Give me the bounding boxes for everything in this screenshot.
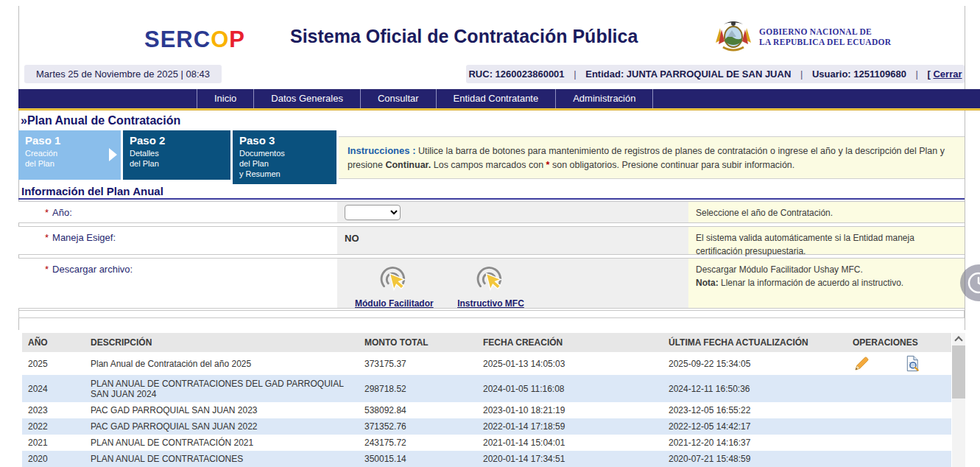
col-header-monto: MONTO TOTAL <box>359 333 477 352</box>
cell-description: Plan Anual de Contratación del año 2025 <box>85 352 359 375</box>
table-row: 2023 PAC GAD PARROQUIAL SAN JUAN 2023 53… <box>22 402 951 418</box>
instructivo-mfc-download[interactable]: Instructivo MFC <box>457 263 524 309</box>
wizard-step-1[interactable]: Paso 1 Creación del Plan <box>18 130 121 180</box>
step-line: del Plan <box>130 158 224 169</box>
active-step-arrow-icon <box>109 148 117 161</box>
cell-operations <box>847 375 951 402</box>
cell-fecha-creacion: 2020-01-14 17:34:51 <box>477 451 663 467</box>
cell-year: 2020 <box>22 451 85 467</box>
instructions-bold-continuar: Continuar. <box>385 160 431 170</box>
cell-monto: 298718.52 <box>359 375 477 402</box>
separator: | <box>574 69 576 80</box>
cell-ultima-fecha: 2024-12-11 16:50:36 <box>663 375 847 402</box>
form-row-anio: *Año: Seleccione el año de Contratación. <box>18 201 965 223</box>
step-title: Paso 3 <box>239 134 330 147</box>
required-asterisk: * <box>45 207 49 218</box>
field-label-text: Descargar archivo: <box>52 264 133 275</box>
nav-item-inicio[interactable]: Inicio <box>197 89 253 108</box>
cell-operations <box>847 418 951 435</box>
nav-item-datos-generales[interactable]: Datos Generales <box>253 89 360 108</box>
step-line: Documentos <box>239 148 330 158</box>
year-select[interactable] <box>345 205 401 220</box>
breadcrumb: »Plan Anual de Contratación <box>21 114 180 127</box>
col-header-fecha-creacion: FECHA CREACIÓN <box>477 333 663 352</box>
cell-year: 2025 <box>22 352 85 375</box>
col-header-anio: AÑO <box>22 333 85 352</box>
step-title: Paso 2 <box>130 134 224 147</box>
field-label-anio: *Año: <box>18 202 337 222</box>
view-document-icon[interactable] <box>904 355 921 372</box>
government-logo: GOBIERNO NACIONAL DE LA REPUBLICA DEL EC… <box>714 18 891 56</box>
step-line: del Plan <box>25 158 114 169</box>
cell-monto: 243175.72 <box>359 435 477 451</box>
step-line: Creación <box>25 148 114 158</box>
wizard-step-3[interactable]: Paso 3 Documentos del Plan y Resumen <box>233 130 336 184</box>
cell-operations <box>847 435 951 451</box>
field-control-esigef: NO <box>337 227 688 254</box>
ecuador-coat-of-arms-icon <box>714 18 752 56</box>
sercop-logo-o: O <box>211 27 229 52</box>
step-line: Detalles <box>130 148 224 158</box>
step-title: Paso 1 <box>25 134 114 147</box>
cell-year: 2024 <box>22 375 85 402</box>
col-header-operaciones: OPERACIONES <box>847 333 951 352</box>
table-row: 2020 PLAN ANUAL DE CONTRATACIONES 350015… <box>22 451 951 467</box>
step-line: y Resumen <box>239 169 330 179</box>
clock-history-widget[interactable] <box>959 264 980 302</box>
scrollbar-thumb[interactable] <box>952 345 965 398</box>
edit-pencil-icon[interactable] <box>853 355 870 373</box>
clock-icon <box>959 264 980 302</box>
cell-description: PLAN ANUAL DE CONTRATACIONES DEL GAD PAR… <box>85 375 359 402</box>
table-row: 2022 PAC GAD PARROQUIAL SAN JUAN 2022 37… <box>22 418 951 435</box>
cell-year: 2023 <box>22 402 85 418</box>
cell-ultima-fecha: 2022-12-05 14:42:17 <box>663 418 847 435</box>
nav-item-administracion[interactable]: Administración <box>555 89 652 108</box>
click-download-icon <box>355 263 434 295</box>
cell-fecha-creacion: 2024-01-05 11:16:08 <box>477 375 663 402</box>
modulo-facilitador-link[interactable]: Módulo Facilitador <box>355 298 434 309</box>
sercop-logo-text: SERC <box>144 27 211 52</box>
cell-year: 2021 <box>22 435 85 451</box>
cell-fecha-creacion: 2021-01-14 15:04:01 <box>477 435 663 451</box>
col-header-ultima-fecha: ÚLTIMA FECHA ACTUALIZACIÓN <box>663 333 847 352</box>
hint-nota-line: Nota: Llenar la información de acuerdo a… <box>696 276 957 289</box>
scrollbar-up-button[interactable] <box>952 333 965 345</box>
cell-monto: 350015.14 <box>359 451 477 467</box>
table-header-row: AÑO DESCRIPCIÓN MONTO TOTAL FECHA CREACI… <box>22 333 951 352</box>
plans-table: AÑO DESCRIPCIÓN MONTO TOTAL FECHA CREACI… <box>22 333 951 467</box>
esigef-value: NO <box>345 230 688 244</box>
datetime-display: Martes 25 de Noviembre de 2025 | 08:43 <box>24 65 222 83</box>
instructions-label: Instrucciones : <box>348 145 415 156</box>
navbar-gold-underline <box>18 108 980 110</box>
nav-item-consultar[interactable]: Consultar <box>360 89 436 108</box>
nav-item-entidad-contratante[interactable]: Entidad Contratante <box>436 89 556 108</box>
cell-monto: 371352.76 <box>359 418 477 435</box>
government-text-line2: LA REPUBLICA DEL ECUADOR <box>759 37 891 47</box>
field-hint-esigef: El sistema valida automáticamente si la … <box>688 227 965 254</box>
field-label-text: Año: <box>52 207 72 218</box>
separator: | <box>916 69 918 80</box>
cell-monto: 538092.84 <box>359 402 477 418</box>
chevron-up-icon <box>954 336 962 344</box>
cell-description: PLAN ANUAL DE CONTRATACIÓN 2021 <box>85 435 359 451</box>
wizard-step-2[interactable]: Paso 2 Detalles del Plan <box>123 130 230 180</box>
required-asterisk: * <box>45 264 49 275</box>
field-label-esigef: *Maneja Esigef: <box>18 227 337 254</box>
ruc-value: 1260023860001 <box>496 69 565 80</box>
hint-line: Descargar Módulo Facilitador Ushay MFC. <box>696 263 957 276</box>
entity-label: Entidad: <box>585 69 624 80</box>
cell-operations <box>847 402 951 418</box>
step-line: del Plan <box>239 158 330 169</box>
user-label: Usuario: <box>812 69 851 80</box>
sercop-logo: SERCOP <box>144 27 245 53</box>
instructivo-mfc-link[interactable]: Instructivo MFC <box>457 298 524 309</box>
empty-form-strip <box>18 310 965 318</box>
cell-fecha-creacion: 2022-01-14 17:18:59 <box>477 418 663 435</box>
required-asterisk: * <box>45 232 49 243</box>
table-scrollbar[interactable] <box>952 333 965 467</box>
nav-separator <box>652 89 653 108</box>
modulo-facilitador-download[interactable]: Módulo Facilitador <box>355 263 434 309</box>
instructions-text: Los campos marcados con <box>431 160 546 170</box>
field-label-descargar: *Descargar archivo: <box>18 259 337 308</box>
cell-ultima-fecha: 2025-09-22 15:34:05 <box>663 352 847 375</box>
